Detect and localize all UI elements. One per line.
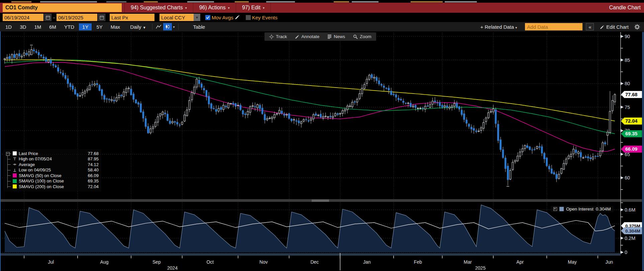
svg-text:0.304M: 0.304M <box>625 229 640 234</box>
svg-text:75: 75 <box>625 105 630 110</box>
svg-text:Dec: Dec <box>310 259 319 265</box>
zoom-label: Zoom <box>360 34 371 39</box>
svg-text:Apr: Apr <box>516 259 524 265</box>
legend-collapse-icon[interactable] <box>6 152 10 156</box>
news-button[interactable]: News <box>327 34 345 39</box>
track-button[interactable]: Track <box>269 34 287 39</box>
legend-row-high[interactable]: High on 07/05/24 87.95 <box>12 156 99 162</box>
legend-row-low[interactable]: Low on 04/09/25 58.40 <box>12 167 99 173</box>
svg-text:2024: 2024 <box>167 265 178 271</box>
svg-text:Sep: Sep <box>152 259 161 265</box>
track-label: Track <box>276 34 287 39</box>
average-marker-icon <box>12 162 17 167</box>
svg-text:May: May <box>568 259 576 265</box>
chart-overlay-toolbar: Track Annotate News Zoom <box>264 32 376 41</box>
open-interest-area <box>5 205 615 252</box>
open-interest-value: 0.304M <box>596 207 611 212</box>
chart-legend[interactable]: Last Price 77.68 High on 07/05/24 87.95 … <box>3 149 101 191</box>
legend-row-smavg200[interactable]: SMAVG (200) on Close 72.04 <box>12 184 99 189</box>
svg-text:Nov: Nov <box>259 259 268 265</box>
svg-text:66.09: 66.09 <box>625 146 637 152</box>
open-interest-label: Open Interest <box>566 207 594 212</box>
svg-text:Jan: Jan <box>363 259 371 265</box>
pencil-icon <box>295 34 299 39</box>
smavg50-swatch <box>12 173 17 178</box>
svg-text:69.35: 69.35 <box>625 131 637 136</box>
svg-text:0: 0 <box>625 250 627 255</box>
svg-text:Jul: Jul <box>48 259 54 265</box>
legend-row-average[interactable]: Average 74.12 <box>12 162 99 167</box>
last-price-swatch <box>12 151 17 156</box>
svg-text:Aug: Aug <box>100 259 109 265</box>
svg-text:72.04: 72.04 <box>625 118 637 124</box>
news-icon <box>327 34 332 39</box>
svg-text:Jun: Jun <box>606 259 613 265</box>
bloomberg-candle-chart-window: 94) Suggested Charts ▾ 96) Actions ▾ 97)… <box>0 0 644 271</box>
pane-divider <box>0 199 644 202</box>
price-axis-badges: 77.6872.0469.3566.09 <box>621 91 644 152</box>
low-marker-icon <box>12 168 17 172</box>
svg-text:85: 85 <box>625 57 630 63</box>
svg-text:Feb: Feb <box>414 259 422 265</box>
high-marker-icon <box>12 157 17 161</box>
zoom-button[interactable]: Zoom <box>353 34 371 39</box>
svg-text:80: 80 <box>625 81 630 86</box>
svg-text:0.6M: 0.6M <box>625 207 635 213</box>
svg-text:90: 90 <box>625 34 630 39</box>
horizontal-scrollbar <box>0 253 621 256</box>
svg-text:60: 60 <box>625 175 630 180</box>
smavg100-swatch <box>12 179 17 183</box>
svg-text:2025: 2025 <box>475 265 486 271</box>
open-interest-swatch <box>559 207 564 211</box>
legend-row-smavg100[interactable]: SMAVG (100) on Close 69.35 <box>12 178 99 184</box>
crosshair-icon <box>269 34 274 39</box>
annotate-button[interactable]: Annotate <box>295 34 319 39</box>
annotate-label: Annotate <box>301 34 319 39</box>
legend-expand-icon[interactable] <box>553 207 557 211</box>
oi-axis-badges: 0.375M0.304M <box>621 222 644 234</box>
svg-text:Mar: Mar <box>464 259 472 265</box>
legend-row-smavg50[interactable]: SMAVG (50) on Close 66.09 <box>12 173 99 178</box>
smavg200-swatch <box>12 184 17 189</box>
moving-average-50 <box>5 62 615 151</box>
svg-text:0.2M: 0.2M <box>625 236 635 241</box>
open-interest-legend[interactable]: Open Interest 0.304M <box>551 206 614 212</box>
price-axis: 908580757065600.6M0.2M0 <box>621 32 635 255</box>
moving-average-200 <box>5 59 615 121</box>
news-label: News <box>334 34 345 39</box>
svg-text:Oct: Oct <box>206 259 214 265</box>
high-low-markers <box>30 45 509 186</box>
legend-row-last-price[interactable]: Last Price 77.68 <box>12 151 99 156</box>
magnifier-icon <box>353 34 358 39</box>
svg-text:77.68: 77.68 <box>625 92 637 97</box>
